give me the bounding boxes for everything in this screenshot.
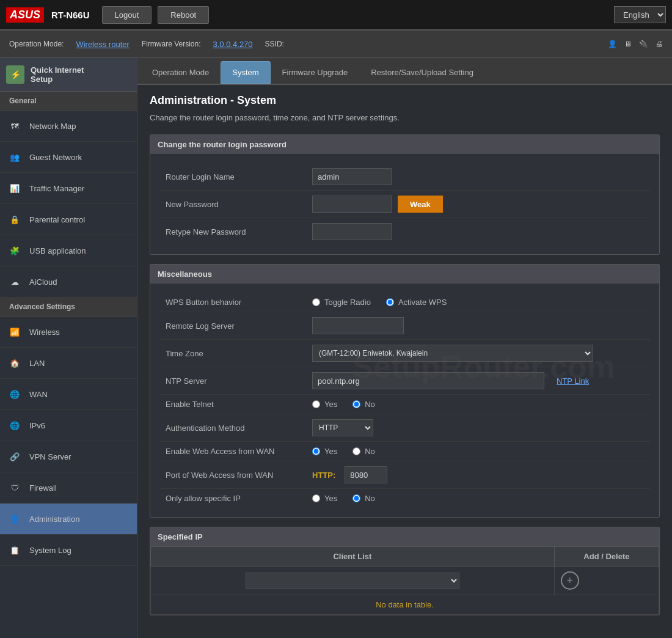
- sidebar-item-system-log[interactable]: 📋 System Log: [0, 535, 137, 566]
- time-zone-select[interactable]: (GMT-12:00) Eniwetok, Kwajalein: [312, 345, 593, 362]
- mode-label: Operation Mode:: [9, 40, 64, 48]
- no-data-row: No data in table.: [151, 595, 659, 615]
- auth-method-row: Authentication Method HTTP: [159, 414, 650, 442]
- client-list-select[interactable]: [246, 573, 459, 588]
- tab-operation-mode[interactable]: Operation Mode: [141, 61, 221, 84]
- password-strength-button[interactable]: Weak: [398, 196, 443, 213]
- system-log-icon: 📋: [6, 541, 23, 559]
- sidebar-item-administration[interactable]: 👤 Administration: [0, 504, 137, 535]
- general-section-label: General: [0, 92, 137, 111]
- only-allow-yes-label[interactable]: Yes: [312, 494, 337, 503]
- no-data-cell: No data in table.: [151, 595, 659, 615]
- web-access-no-label[interactable]: No: [352, 447, 375, 456]
- http-label: HTTP:: [312, 471, 335, 480]
- sidebar-item-traffic-manager[interactable]: 📊 Traffic Manager: [0, 173, 137, 204]
- wps-activate-radio-label[interactable]: Activate WPS: [386, 298, 447, 307]
- wps-activate-text: Activate WPS: [398, 298, 447, 307]
- only-allow-no-label[interactable]: No: [352, 494, 375, 503]
- retype-password-row: Retype New Password: [159, 218, 650, 245]
- web-access-yes-radio[interactable]: [312, 447, 320, 455]
- sidebar-label-vpn-server: VPN Server: [29, 452, 71, 461]
- info-bar: Operation Mode: Wireless router Firmware…: [0, 31, 672, 58]
- only-allow-no-radio[interactable]: [352, 494, 360, 502]
- auth-method-label: Authentication Method: [159, 424, 312, 433]
- logo-asus: ASUS: [6, 7, 44, 23]
- main-content: Operation Mode System Firmware Upgrade R…: [137, 58, 672, 638]
- sidebar-item-firewall[interactable]: 🛡 Firewall: [0, 472, 137, 504]
- sidebar-label-wireless: Wireless: [29, 328, 60, 337]
- sidebar-item-wireless[interactable]: 📶 Wireless: [0, 317, 137, 348]
- router-login-name-label: Router Login Name: [159, 172, 312, 182]
- aicloud-icon: ☁: [6, 273, 23, 290]
- wps-label: WPS Button behavior: [159, 298, 312, 307]
- mode-value-link[interactable]: Wireless router: [76, 40, 129, 49]
- sidebar-item-ipv6[interactable]: 🌐 IPv6: [0, 410, 137, 441]
- usb-icon[interactable]: 🔌: [639, 40, 648, 48]
- port-web-access-control: HTTP:: [312, 466, 650, 483]
- ntp-server-input[interactable]: [312, 372, 544, 389]
- lan-icon: 🏠: [6, 354, 23, 372]
- add-button[interactable]: +: [561, 571, 579, 590]
- sidebar-item-aicloud[interactable]: ☁ AiCloud: [0, 266, 137, 298]
- sidebar-item-usb-application[interactable]: 🧩 USB application: [0, 235, 137, 266]
- telnet-yes-text: Yes: [324, 400, 337, 409]
- web-access-no-text: No: [365, 447, 375, 456]
- advanced-section-label: Advanced Settings: [0, 298, 137, 317]
- web-access-yes-label[interactable]: Yes: [312, 447, 337, 456]
- new-password-control: Weak: [312, 196, 650, 213]
- auth-method-select[interactable]: HTTP: [312, 419, 373, 436]
- enable-telnet-row: Enable Telnet Yes No: [159, 395, 650, 414]
- specified-ip-section: Specified IP Client List Add / Delete: [150, 527, 660, 615]
- tab-restore-save[interactable]: Restore/Save/Upload Setting: [359, 61, 485, 84]
- wps-toggle-radio[interactable]: [312, 298, 320, 306]
- sidebar-item-guest-network[interactable]: 👥 Guest Network: [0, 142, 137, 173]
- port-input[interactable]: [345, 466, 387, 483]
- col-client-list: Client List: [151, 547, 555, 566]
- monitor-icon[interactable]: 🖥: [624, 40, 632, 48]
- reboot-button[interactable]: Reboot: [158, 6, 209, 24]
- only-allow-no-text: No: [365, 494, 375, 503]
- password-section: Change the router login password Router …: [150, 134, 660, 255]
- time-zone-control: (GMT-12:00) Eniwetok, Kwajalein: [312, 345, 650, 362]
- guest-network-icon: 👥: [6, 148, 23, 166]
- tab-firmware-upgrade[interactable]: Firmware Upgrade: [271, 61, 360, 84]
- ssid-label: SSID:: [265, 40, 284, 48]
- sidebar-label-traffic-manager: Traffic Manager: [29, 184, 84, 193]
- telnet-yes-radio[interactable]: [312, 400, 320, 408]
- router-login-name-input[interactable]: [312, 168, 392, 185]
- only-allow-yes-radio[interactable]: [312, 494, 320, 502]
- sidebar-item-network-map[interactable]: 🗺 Network Map: [0, 111, 137, 142]
- client-list-row: +: [151, 566, 659, 595]
- retype-password-input[interactable]: [312, 223, 392, 240]
- logout-button[interactable]: Logout: [102, 6, 152, 24]
- sidebar-item-lan[interactable]: 🏠 LAN: [0, 348, 137, 379]
- wps-activate-radio[interactable]: [386, 298, 394, 306]
- ntp-server-label: NTP Server: [159, 376, 312, 386]
- new-password-input[interactable]: [312, 196, 392, 213]
- enable-web-access-row: Enable Web Access from WAN Yes No: [159, 442, 650, 461]
- language-select[interactable]: English: [614, 6, 666, 23]
- misc-section-header: Miscellaneous: [150, 265, 659, 284]
- web-access-no-radio[interactable]: [352, 447, 360, 455]
- sidebar-item-wan[interactable]: 🌐 WAN: [0, 379, 137, 410]
- ntp-link[interactable]: NTP Link: [557, 376, 589, 386]
- sidebar-item-parental-control[interactable]: 🔒 Parental control: [0, 204, 137, 235]
- time-zone-row: Time Zone (GMT-12:00) Eniwetok, Kwajalei…: [159, 340, 650, 367]
- telnet-no-label[interactable]: No: [352, 400, 375, 409]
- quick-internet-setup[interactable]: ⚡ Quick InternetSetup: [0, 58, 137, 92]
- sidebar-label-network-map: Network Map: [29, 122, 76, 131]
- telnet-yes-label[interactable]: Yes: [312, 400, 337, 409]
- user-icon[interactable]: 👤: [608, 40, 617, 48]
- remote-log-input[interactable]: [312, 317, 404, 334]
- wps-toggle-radio-label[interactable]: Toggle Radio: [312, 298, 371, 307]
- tab-system[interactable]: System: [221, 61, 270, 84]
- tab-bar: Operation Mode System Firmware Upgrade R…: [137, 58, 672, 85]
- sidebar-item-vpn-server[interactable]: 🔗 VPN Server: [0, 441, 137, 472]
- sidebar-label-wan: WAN: [29, 390, 48, 399]
- specified-ip-header: Specified IP: [150, 527, 659, 546]
- printer-icon[interactable]: 🖨: [656, 40, 663, 48]
- firmware-value-link[interactable]: 3.0.0.4.270: [213, 40, 253, 49]
- main-layout: ⚡ Quick InternetSetup General 🗺 Network …: [0, 58, 672, 638]
- telnet-no-radio[interactable]: [352, 400, 360, 408]
- sidebar-label-lan: LAN: [29, 359, 45, 368]
